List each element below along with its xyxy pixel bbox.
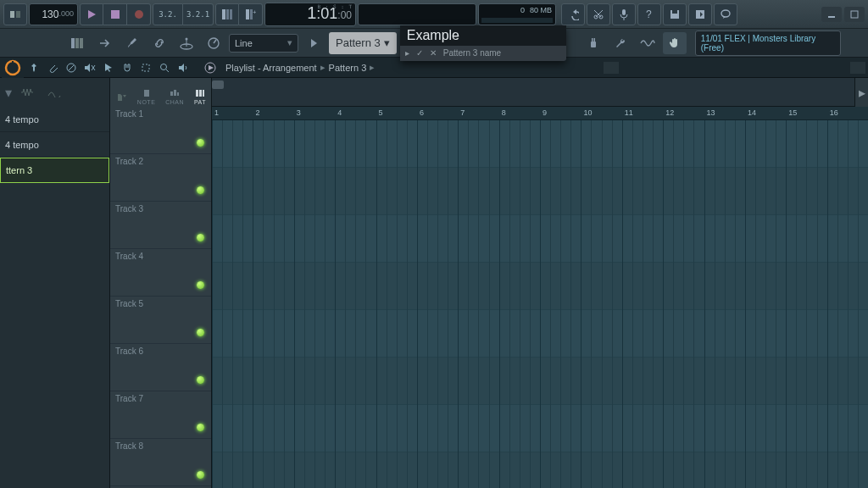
- cpu-meter[interactable]: 0 80 MB: [478, 3, 556, 25]
- track-name: Track 5: [115, 299, 143, 308]
- track-header[interactable]: Track 6: [110, 344, 211, 391]
- playlist-play-icon[interactable]: [202, 59, 219, 76]
- picker-tab-note[interactable]: NOTE: [137, 89, 155, 105]
- step-grid-icon[interactable]: [215, 3, 239, 25]
- metronome-knob-icon[interactable]: [202, 32, 225, 54]
- tempo-display[interactable]: 130.000: [29, 3, 78, 25]
- time-counter[interactable]: B : S : T 1 :01 :00: [264, 3, 356, 26]
- track-enable-dot[interactable]: [197, 376, 204, 384]
- playlist-grid[interactable]: 12345678910111213141516: [212, 107, 868, 488]
- pattern-selector[interactable]: Pattern 3▾: [329, 32, 397, 54]
- maximize-button[interactable]: [844, 7, 865, 22]
- cancel-icon[interactable]: ✕: [430, 48, 437, 58]
- attach-icon[interactable]: [44, 59, 61, 76]
- speech-icon[interactable]: [714, 3, 737, 25]
- scroll-right-button[interactable]: ▸: [854, 78, 868, 107]
- wrench-icon[interactable]: [609, 32, 632, 54]
- automation-small-icon[interactable]: [47, 87, 61, 97]
- magnet-icon[interactable]: [119, 59, 136, 76]
- next-arrow-icon[interactable]: [302, 32, 326, 54]
- track-enable-dot[interactable]: [197, 471, 204, 479]
- track-enable-dot[interactable]: [197, 281, 204, 289]
- svg-rect-50: [203, 90, 204, 97]
- step-add-icon[interactable]: +: [239, 3, 263, 25]
- scissors-icon[interactable]: [587, 3, 610, 25]
- track-enable-dot[interactable]: [197, 186, 204, 194]
- chevron-right-icon[interactable]: ▸: [405, 48, 409, 58]
- ruler-num: 1: [214, 108, 219, 117]
- undo-button[interactable]: [561, 3, 585, 25]
- draw-mode-select[interactable]: Line▾: [229, 34, 298, 53]
- rename-input[interactable]: [400, 25, 566, 46]
- play-pat-song-toggle[interactable]: [3, 3, 27, 25]
- play-button[interactable]: [80, 3, 103, 25]
- news-panel[interactable]: 11/01 FLEX | Monsters Library (Free): [695, 30, 841, 56]
- track-name: Track 1: [115, 109, 143, 119]
- save-icon[interactable]: [663, 3, 687, 25]
- browser-item[interactable]: 4 tempo: [0, 132, 109, 158]
- scroll-thumb[interactable]: [212, 80, 224, 89]
- crumb-sep-0: ▸: [320, 62, 326, 73]
- disable-icon[interactable]: [63, 59, 80, 76]
- track-name: Track 8: [115, 441, 143, 451]
- track-enable-dot[interactable]: [197, 424, 204, 431]
- zoom-icon[interactable]: [156, 59, 173, 76]
- minimize-button[interactable]: [821, 7, 842, 22]
- send-arrow-icon[interactable]: [93, 32, 117, 54]
- automation-icon[interactable]: [175, 32, 198, 54]
- confirm-icon[interactable]: ✓: [416, 48, 423, 58]
- track-header[interactable]: Track 8: [110, 439, 211, 486]
- speaker-icon[interactable]: [175, 59, 192, 76]
- cpu-bar: [481, 18, 553, 23]
- stop-button[interactable]: [103, 3, 127, 25]
- track-enable-dot[interactable]: [197, 234, 204, 241]
- playlist-h-scrollbar[interactable]: ▸: [212, 78, 868, 107]
- picker-tab-chan[interactable]: CHAN: [165, 89, 184, 105]
- song-pos-2[interactable]: 3.2.1: [183, 3, 214, 25]
- collapse-icon[interactable]: ▾: [5, 85, 12, 101]
- waveform-icon[interactable]: [20, 87, 39, 97]
- svg-text:?: ?: [646, 8, 652, 20]
- track-header[interactable]: Track 5: [110, 297, 211, 344]
- track-header[interactable]: Track 7: [110, 391, 211, 439]
- export-icon[interactable]: [688, 3, 712, 25]
- track-header[interactable]: Track 4: [110, 249, 211, 297]
- browser-item[interactable]: 4 tempo: [0, 107, 109, 132]
- track-header[interactable]: Track 3: [110, 202, 211, 249]
- plug-icon[interactable]: [581, 32, 605, 54]
- track-enable-dot[interactable]: [197, 139, 204, 147]
- mute-icon[interactable]: [81, 59, 98, 76]
- svg-marker-40: [179, 64, 184, 72]
- browser-item[interactable]: ttern 3: [0, 158, 109, 183]
- hand-icon[interactable]: [663, 32, 687, 54]
- track-header[interactable]: Track 2: [110, 154, 211, 202]
- svg-rect-0: [10, 11, 14, 18]
- fl-logo[interactable]: [2, 58, 24, 78]
- panel-minimize[interactable]: [604, 62, 619, 74]
- svg-rect-14: [622, 9, 626, 15]
- crumb-1[interactable]: Pattern 3: [329, 63, 367, 73]
- song-pos-1[interactable]: 3.2.: [153, 3, 183, 25]
- link-icon[interactable]: [147, 32, 171, 54]
- svg-rect-3: [111, 10, 120, 19]
- output-visualizer[interactable]: [358, 3, 476, 25]
- brush-icon[interactable]: [120, 32, 144, 54]
- wave-icon[interactable]: [636, 32, 659, 54]
- picker-arrow-icon[interactable]: [115, 92, 127, 105]
- svg-rect-25: [80, 38, 83, 48]
- picker-tab-pat[interactable]: PAT: [194, 89, 206, 105]
- timeline-ruler[interactable]: 12345678910111213141516: [212, 107, 868, 120]
- breadcrumb: Playlist - Arrangement ▸ Pattern 3 ▸: [225, 62, 375, 73]
- question-icon[interactable]: ?: [637, 3, 661, 25]
- cursor-icon[interactable]: [100, 59, 117, 76]
- track-header[interactable]: Track 1: [110, 107, 211, 154]
- microphone-icon[interactable]: [612, 3, 636, 25]
- pattern-mode-icon[interactable]: [66, 32, 90, 54]
- ruler-num: 5: [379, 108, 383, 117]
- crumb-0[interactable]: Playlist - Arrangement: [225, 63, 317, 73]
- pin-icon[interactable]: [25, 59, 42, 76]
- track-enable-dot[interactable]: [197, 329, 204, 336]
- record-button[interactable]: [127, 3, 151, 25]
- panel-maximize[interactable]: [850, 62, 865, 74]
- select-icon[interactable]: [137, 59, 154, 76]
